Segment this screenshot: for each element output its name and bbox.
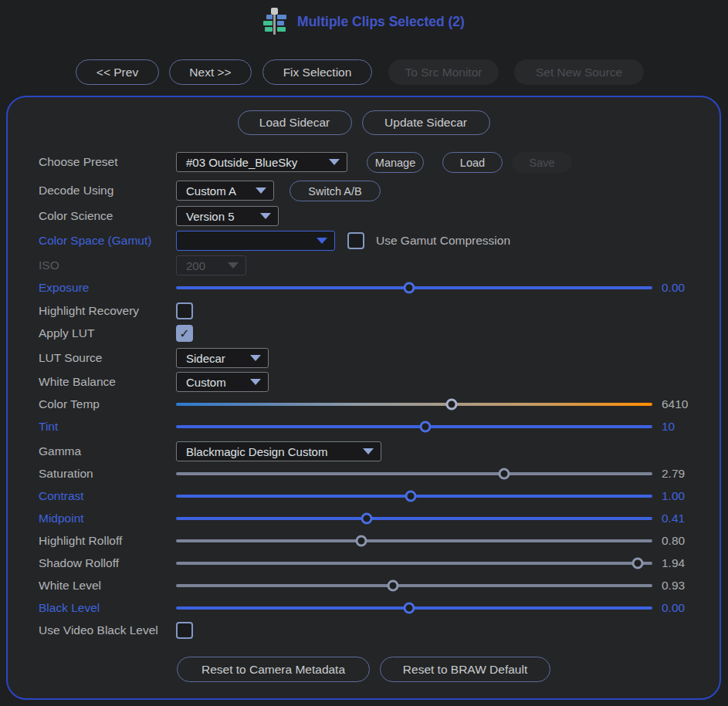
contrast-label: Contrast xyxy=(39,487,84,505)
color-temp-value: 6410 xyxy=(662,395,688,414)
clips-icon-bar xyxy=(277,21,284,25)
contrast-slider-thumb[interactable] xyxy=(405,491,417,502)
white-level-label: White Level xyxy=(39,576,101,595)
shadow-rolloff-slider-thumb[interactable] xyxy=(631,558,643,569)
white-level-slider[interactable] xyxy=(176,576,652,595)
chevron-down-icon xyxy=(363,448,374,454)
row-shadow-rolloff: Shadow Rolloff 1.94 xyxy=(8,554,720,573)
use-gamut-compression-checkbox[interactable] xyxy=(347,232,364,249)
black-level-slider-thumb[interactable] xyxy=(403,603,415,614)
row-highlight-rolloff: Highlight Rolloff 0.80 xyxy=(8,532,720,550)
switch-ab-button[interactable]: Switch A/B xyxy=(290,181,381,201)
chevron-down-icon xyxy=(329,159,340,165)
color-science-dropdown-value: Version 5 xyxy=(186,210,235,223)
color-temp-slider-track xyxy=(176,403,652,406)
iso-label: ISO xyxy=(39,255,59,276)
page-title: Multiple Clips Selected (2) xyxy=(297,14,465,30)
use-video-black-level-checkbox[interactable] xyxy=(176,622,193,639)
exposure-slider[interactable] xyxy=(176,279,652,297)
highlight-rolloff-value: 0.80 xyxy=(662,532,685,550)
chevron-down-icon xyxy=(317,238,327,244)
set-new-source-button: Set New Source xyxy=(514,59,644,85)
gamma-label: Gamma xyxy=(39,441,81,462)
row-black-level: Black Level 0.00 xyxy=(8,599,720,617)
contrast-slider[interactable] xyxy=(176,487,652,505)
exposure-slider-thumb[interactable] xyxy=(403,282,415,294)
reset-button-row: Reset to Camera Metadata Reset to BRAW D… xyxy=(8,657,720,682)
exposure-value: 0.00 xyxy=(662,279,685,297)
row-highlight-recovery: Highlight Recovery xyxy=(8,302,720,319)
use-video-black-level-label: Use Video Black Level xyxy=(39,622,158,639)
gamma-dropdown-value: Blackmagic Design Custom xyxy=(186,445,327,458)
next-button[interactable]: Next >> xyxy=(169,59,252,85)
chevron-down-icon xyxy=(250,355,261,361)
row-use-video-black-level: Use Video Black Level xyxy=(8,622,720,639)
apply-lut-checkbox[interactable] xyxy=(176,325,193,342)
use-gamut-compression-label: Use Gamut Compression xyxy=(376,230,510,252)
color-temp-label: Color Temp xyxy=(39,395,100,414)
reset-braw-default-button[interactable]: Reset to BRAW Default xyxy=(380,657,550,682)
tint-slider-track xyxy=(176,425,652,428)
color-science-dropdown[interactable]: Version 5 xyxy=(176,206,279,226)
black-level-slider[interactable] xyxy=(176,599,652,617)
white-level-value: 0.93 xyxy=(662,576,685,595)
white-level-slider-track xyxy=(176,584,652,587)
color-science-label: Color Science xyxy=(39,205,113,227)
row-decode-using: Decode Using Custom A Switch A/B xyxy=(8,180,720,201)
load-sidecar-button[interactable]: Load Sidecar xyxy=(238,110,352,135)
color-space-dropdown[interactable] xyxy=(176,231,335,251)
lut-source-dropdown[interactable]: Sidecar xyxy=(176,348,269,368)
update-sidecar-button[interactable]: Update Sidecar xyxy=(362,110,490,135)
highlight-recovery-checkbox[interactable] xyxy=(176,302,193,319)
preset-dropdown-value: #03 Outside_BlueSky xyxy=(186,156,297,169)
saturation-slider-thumb[interactable] xyxy=(499,468,510,480)
saturation-slider[interactable] xyxy=(176,464,652,483)
color-temp-slider-thumb[interactable] xyxy=(445,399,457,410)
row-white-level: White Level 0.93 xyxy=(8,576,720,595)
tint-label: Tint xyxy=(39,417,58,436)
decode-using-label: Decode Using xyxy=(39,180,113,201)
white-level-slider-thumb[interactable] xyxy=(387,580,398,592)
highlight-rolloff-slider[interactable] xyxy=(176,532,652,550)
tint-slider[interactable] xyxy=(176,417,652,436)
reset-camera-metadata-button[interactable]: Reset to Camera Metadata xyxy=(177,657,370,682)
gamma-dropdown[interactable]: Blackmagic Design Custom xyxy=(176,441,381,461)
row-tint: Tint 10 xyxy=(8,417,720,436)
clips-icon-playhead xyxy=(273,12,276,35)
tint-value: 10 xyxy=(662,417,675,436)
chevron-down-icon xyxy=(260,213,271,219)
midpoint-slider-track xyxy=(176,517,652,520)
row-saturation: Saturation 2.79 xyxy=(8,464,720,483)
preset-dropdown[interactable]: #03 Outside_BlueSky xyxy=(176,152,347,172)
shadow-rolloff-label: Shadow Rolloff xyxy=(39,554,119,573)
prev-button[interactable]: << Prev xyxy=(76,59,159,85)
chevron-down-icon xyxy=(250,379,261,385)
black-level-label: Black Level xyxy=(39,599,100,617)
shadow-rolloff-slider-track xyxy=(176,562,652,565)
chevron-down-icon xyxy=(256,187,266,194)
load-preset-button[interactable]: Load xyxy=(442,152,503,173)
highlight-rolloff-slider-thumb[interactable] xyxy=(356,535,367,547)
shadow-rolloff-slider[interactable] xyxy=(176,554,652,573)
manage-preset-button[interactable]: Manage xyxy=(367,152,424,173)
tint-slider-thumb[interactable] xyxy=(419,421,431,433)
color-temp-slider[interactable] xyxy=(176,395,652,414)
fix-selection-button[interactable]: Fix Selection xyxy=(262,59,372,85)
white-balance-dropdown[interactable]: Custom xyxy=(176,372,269,392)
contrast-value: 1.00 xyxy=(662,487,685,505)
row-choose-preset: Choose Preset #03 Outside_BlueSky Manage… xyxy=(8,151,720,173)
color-space-label: Color Space (Gamut) xyxy=(39,230,151,252)
decode-using-dropdown-value: Custom A xyxy=(186,184,236,198)
iso-dropdown: 200 xyxy=(176,255,246,275)
midpoint-slider-thumb[interactable] xyxy=(361,513,372,525)
row-apply-lut: Apply LUT xyxy=(8,325,720,342)
nav-button-row: << Prev Next >> Fix Selection To Src Mon… xyxy=(76,59,644,85)
saturation-value: 2.79 xyxy=(662,464,685,483)
row-iso: ISO 200 xyxy=(8,255,720,276)
lut-source-dropdown-value: Sidecar xyxy=(186,352,225,365)
midpoint-slider[interactable] xyxy=(176,509,652,528)
save-preset-button: Save xyxy=(512,152,572,173)
apply-lut-label: Apply LUT xyxy=(39,325,94,342)
decode-using-dropdown[interactable]: Custom A xyxy=(176,181,274,201)
black-level-value: 0.00 xyxy=(662,599,685,617)
